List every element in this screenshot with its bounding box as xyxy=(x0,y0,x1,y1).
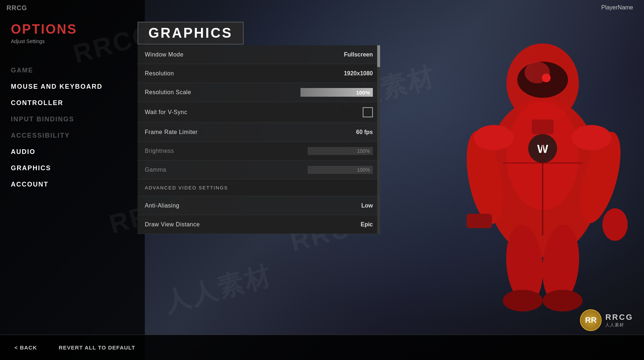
sidebar-item-audio[interactable]: AUDIO xyxy=(11,144,127,160)
sidebar-nav: GAME MOUSE AND KEYBOARD CONTROLLER INPUT… xyxy=(11,62,127,193)
bottom-bar: < BACK REVERT ALL TO DEFAULT xyxy=(0,335,644,360)
svg-point-12 xyxy=(543,290,582,311)
setting-label-gamma: Gamma xyxy=(145,167,166,173)
scrollbar-track xyxy=(377,45,380,234)
sidebar-item-game[interactable]: GAME xyxy=(11,62,127,79)
setting-value-draw-view-distance: Epic xyxy=(361,221,373,228)
setting-label-window-mode: Window Mode xyxy=(145,51,184,58)
slider-value-resolution: 100% xyxy=(356,89,370,96)
slider-value-gamma: 100% xyxy=(357,167,370,173)
sidebar-item-graphics[interactable]: GRAPHICS xyxy=(11,160,127,176)
setting-row-brightness: Brightness 100% xyxy=(138,142,380,160)
setting-row-frame-rate[interactable]: Frame Rate Limiter 60 fps xyxy=(138,123,380,142)
setting-row-draw-view-distance[interactable]: Draw View Distance Epic xyxy=(138,215,380,234)
revert-button[interactable]: REVERT ALL TO DEFAULT xyxy=(59,344,135,351)
back-button[interactable]: < BACK xyxy=(14,344,37,351)
slider-track-brightness: 100% xyxy=(308,147,373,155)
svg-point-11 xyxy=(503,290,543,311)
setting-label-vsync: Wait for V-Sync xyxy=(145,109,187,116)
rrcg-circle-text: RR xyxy=(585,315,597,325)
sidebar-subtitle: Adjust Settings xyxy=(11,38,127,44)
setting-label-draw-view-distance: Draw View Distance xyxy=(145,221,200,228)
setting-label-resolution: Resolution xyxy=(145,70,174,77)
setting-label-resolution-scale: Resolution Scale xyxy=(145,89,191,96)
setting-row-window-mode[interactable]: Window Mode Fullscreen xyxy=(138,45,380,64)
sidebar-item-controller[interactable]: CONTROLLER xyxy=(11,95,127,111)
advanced-settings-title: ADVANCED VIDEO SETTINGS xyxy=(145,185,228,191)
robot-svg: W xyxy=(430,18,644,337)
panel-title: GRAPHICS xyxy=(148,25,233,41)
setting-row-resolution[interactable]: Resolution 1920x1080 xyxy=(138,64,380,83)
main-panel: GRAPHICS Window Mode Fullscreen Resoluti… xyxy=(138,22,391,326)
svg-point-8 xyxy=(602,208,628,241)
svg-point-20 xyxy=(525,62,550,83)
setting-row-vsync[interactable]: Wait for V-Sync xyxy=(138,102,380,123)
sidebar-item-input-bindings[interactable]: INPUT BINDINGS xyxy=(11,111,127,127)
slider-track-gamma: 100% xyxy=(308,166,373,174)
svg-point-17 xyxy=(474,125,514,150)
rrcg-brand-text-area: RRCG 人人素材 xyxy=(605,313,633,328)
slider-value-brightness: 100% xyxy=(357,148,370,154)
options-title: OPTIONS xyxy=(11,22,127,37)
player-name: PlayerName xyxy=(601,4,633,11)
panel-title-box: GRAPHICS xyxy=(138,22,244,45)
setting-row-anti-aliasing[interactable]: Anti-Aliasing Low xyxy=(138,196,380,215)
setting-row-resolution-scale[interactable]: Resolution Scale 100% xyxy=(138,83,380,102)
rrcg-brand-text: RRCG xyxy=(605,313,633,322)
sidebar-item-accessibility[interactable]: ACCESSIBILITY xyxy=(11,127,127,144)
rrcg-brand-subtext: 人人素材 xyxy=(605,322,633,328)
setting-value-frame-rate: 60 fps xyxy=(356,129,373,135)
sidebar: OPTIONS Adjust Settings GAME MOUSE AND K… xyxy=(0,0,138,360)
setting-row-gamma: Gamma 100% xyxy=(138,160,380,179)
setting-value-window-mode: Fullscreen xyxy=(344,51,373,58)
settings-panel: Window Mode Fullscreen Resolution 1920x1… xyxy=(138,45,380,234)
setting-value-resolution: 1920x1080 xyxy=(344,70,373,77)
svg-rect-19 xyxy=(532,120,553,134)
checkbox-vsync[interactable] xyxy=(363,107,373,117)
scrollbar-thumb[interactable] xyxy=(377,45,380,67)
svg-point-18 xyxy=(572,125,611,150)
setting-label-frame-rate: Frame Rate Limiter xyxy=(145,129,198,135)
advanced-settings-header: ADVANCED VIDEO SETTINGS xyxy=(138,179,380,196)
robot-character-area: W xyxy=(391,0,644,360)
setting-label-brightness: Brightness xyxy=(145,148,174,154)
sidebar-item-account[interactable]: ACCOUNT xyxy=(11,176,127,193)
setting-value-anti-aliasing: Low xyxy=(361,202,373,209)
slider-track-resolution[interactable]: 100% xyxy=(300,88,373,97)
setting-label-anti-aliasing: Anti-Aliasing xyxy=(145,202,179,209)
rrcg-circle-logo: RR xyxy=(580,309,602,331)
resolution-scale-slider[interactable]: 100% xyxy=(300,88,373,97)
sidebar-item-mouse-keyboard[interactable]: MOUSE AND KEYBOARD xyxy=(11,79,127,95)
app-logo: RRCG xyxy=(7,4,27,12)
rrcg-logo-bottom-right: RR RRCG 人人素材 xyxy=(580,309,633,331)
svg-rect-7 xyxy=(467,214,492,228)
